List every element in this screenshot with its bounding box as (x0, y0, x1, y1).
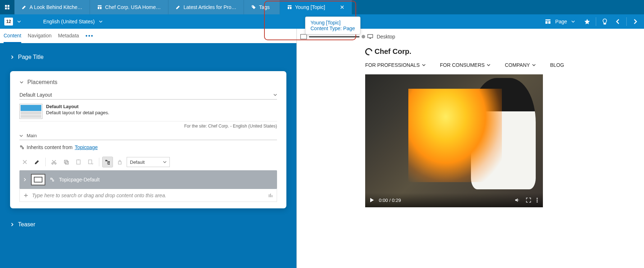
close-icon[interactable] (340, 5, 344, 9)
lock-button[interactable] (114, 157, 125, 167)
nav-back[interactable] (613, 17, 622, 26)
nav-blog[interactable]: BLOG (550, 62, 564, 68)
layout-option[interactable]: Default Layout Default layout for detail… (19, 102, 277, 121)
breadcrumb[interactable]: Desktop (300, 34, 395, 40)
video-controls: 0:00 / 0:29 (365, 193, 543, 207)
nav-company[interactable]: COMPANY (505, 62, 536, 68)
chevron-down-icon[interactable] (571, 20, 575, 23)
copy-button[interactable] (61, 157, 72, 167)
main-label: Main (27, 133, 37, 138)
main-section-header[interactable]: Main (19, 133, 277, 140)
tab-tooltip: Young [Topic] Content Type: Page (305, 17, 360, 34)
svg-rect-5 (98, 7, 99, 9)
more-icon[interactable] (536, 197, 538, 203)
chevron-right-icon (10, 222, 14, 227)
svg-rect-9 (288, 7, 289, 9)
svg-rect-0 (5, 5, 6, 7)
tab-tags[interactable]: Tags (244, 0, 280, 14)
cut-button[interactable] (49, 157, 59, 167)
paste-dd-icon (88, 159, 94, 165)
flame (408, 89, 502, 182)
section-placements[interactable]: Placements (19, 79, 277, 86)
tab-latest[interactable]: Latest Articles for Pro… (168, 0, 244, 14)
tree-icon (105, 159, 110, 165)
subtab-metadata[interactable]: Metadata (58, 29, 79, 43)
subtab-content[interactable]: Content (4, 29, 21, 43)
placement-item[interactable]: Topicpage-Default (19, 170, 277, 189)
nav-consumers[interactable]: FOR CONSUMERS (440, 62, 490, 68)
brand[interactable]: Chef Corp. (365, 47, 644, 56)
tab-label: A Look Behind Kitche… (30, 4, 82, 10)
inherit-icon (19, 145, 24, 150)
home-tab[interactable] (0, 0, 14, 14)
tab-article[interactable]: A Look Behind Kitche… (14, 0, 90, 14)
drop-zone[interactable]: Type here to search or drag and drop con… (19, 189, 277, 202)
star-icon (584, 18, 590, 25)
svg-point-31 (536, 201, 538, 202)
section-teaser[interactable]: Teaser (10, 221, 286, 228)
svg-rect-21 (105, 160, 107, 161)
plus-icon (23, 193, 28, 198)
site-preview: Chef Corp. FOR PROFESSIONALS FOR CONSUME… (365, 47, 644, 207)
inherits-link[interactable]: Topicpage (75, 144, 98, 150)
lock-icon (117, 159, 123, 165)
edit-button[interactable] (32, 157, 42, 167)
chevron-down-icon[interactable] (99, 20, 103, 23)
svg-rect-28 (368, 34, 373, 38)
svg-rect-13 (548, 21, 550, 24)
chevron-down-icon (19, 80, 24, 84)
pencil-icon (176, 5, 181, 10)
fullscreen-icon[interactable] (526, 197, 531, 203)
nav-forward[interactable] (631, 17, 640, 26)
delete-button[interactable] (19, 157, 30, 167)
hint-button[interactable] (600, 17, 609, 26)
video-player[interactable]: 0:00 / 0:29 (365, 74, 543, 207)
svg-rect-17 (65, 161, 68, 164)
svg-rect-25 (269, 194, 269, 197)
locale-selector[interactable]: English (United States) (43, 19, 95, 24)
tag-icon (251, 5, 256, 10)
tab-home[interactable]: Chef Corp. USA Home… (90, 0, 168, 14)
svg-rect-10 (290, 7, 291, 9)
version-badge[interactable]: 12 (4, 18, 13, 26)
svg-rect-6 (100, 7, 101, 9)
drop-hint: Type here to search or drag and drop con… (32, 193, 166, 198)
svg-rect-23 (108, 163, 110, 165)
section-label: Teaser (18, 221, 35, 228)
tab-label: Tags (259, 4, 270, 10)
nav-professionals[interactable]: FOR PROFESSIONALS (365, 62, 426, 68)
view-selector[interactable]: Page (555, 19, 567, 24)
site-note: For the site: Chef Corp. - English (Unit… (19, 121, 277, 133)
section-page-title[interactable]: Page Title (10, 54, 286, 60)
subtab-bar: Content Navigation Metadata ••• (0, 29, 296, 43)
variant-selector[interactable]: Default (127, 157, 170, 167)
tooltip-title: Young [Topic] (310, 20, 355, 26)
paste-icon (76, 159, 81, 165)
svg-rect-8 (288, 5, 292, 6)
svg-rect-19 (78, 160, 79, 160)
paste-button[interactable] (73, 157, 84, 167)
chevron-down-icon[interactable] (17, 20, 21, 23)
svg-rect-12 (545, 21, 548, 24)
tree-button[interactable] (102, 157, 113, 167)
play-button[interactable] (370, 198, 374, 202)
scissors-icon (51, 159, 57, 165)
copy-icon (63, 159, 69, 165)
layout-selector[interactable]: Default Layout (19, 92, 277, 100)
chevron-down-icon (163, 160, 167, 164)
chevron-right-icon (632, 19, 638, 24)
chevron-down-icon (19, 134, 23, 138)
more-button[interactable]: ••• (86, 33, 94, 39)
brand-logo-icon (364, 47, 374, 57)
paste-special-button[interactable] (85, 157, 96, 167)
svg-rect-18 (77, 160, 80, 164)
favorite-button[interactable] (583, 17, 591, 26)
volume-icon[interactable] (514, 197, 521, 203)
inherits-row: Inherits content from Topicpage (19, 144, 277, 150)
tab-young-topic[interactable]: Young [Topic] (280, 0, 352, 14)
page-icon (97, 5, 102, 10)
chevron-right-icon (23, 178, 27, 181)
grid-icon (5, 5, 10, 10)
variant-value: Default (130, 160, 145, 165)
subtab-navigation[interactable]: Navigation (28, 29, 51, 43)
